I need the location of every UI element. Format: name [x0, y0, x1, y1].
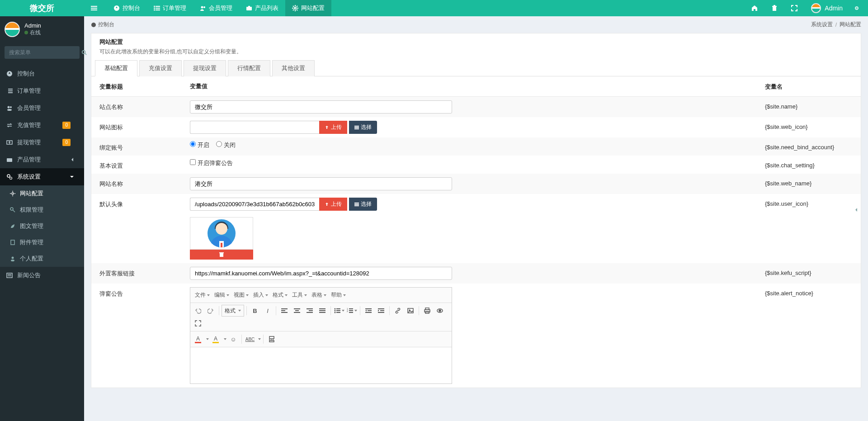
editor-menu-view[interactable]: 视图: [232, 289, 250, 301]
svg-rect-72: [378, 312, 384, 313]
kefu-input[interactable]: [190, 267, 452, 280]
editor-menu-format[interactable]: 格式: [271, 289, 289, 301]
choose-button[interactable]: 选择: [349, 198, 377, 211]
sidebar-sub-attachments[interactable]: 附件管理: [0, 234, 84, 251]
sidebar-item-news[interactable]: 新闻公告: [0, 267, 84, 284]
number-list-icon: 12: [347, 307, 353, 314]
user-icon: [10, 256, 15, 261]
bg-color-button[interactable]: A: [210, 333, 222, 345]
align-justify-button[interactable]: [316, 305, 328, 317]
nav-orders[interactable]: 订单管理: [147, 0, 193, 16]
delete-avatar-button[interactable]: [190, 250, 253, 260]
pagebreak-button[interactable]: [266, 333, 278, 345]
editor-menu-file[interactable]: 文件: [193, 289, 212, 301]
tab-other[interactable]: 其他设置: [272, 60, 315, 76]
tab-recharge[interactable]: 充值设置: [139, 60, 182, 76]
image-button[interactable]: [405, 305, 416, 317]
site-name-input[interactable]: [190, 100, 452, 114]
tab-market[interactable]: 行情配置: [228, 60, 270, 76]
nav-user[interactable]: Admin: [806, 0, 848, 16]
editor-menu-table[interactable]: 表格: [310, 289, 328, 301]
sidebar-sub-profile[interactable]: 个人配置: [0, 251, 84, 267]
format-select[interactable]: 格式: [222, 305, 244, 317]
sidebar-item-recharge[interactable]: 充值管理0: [0, 117, 84, 134]
text-color-button[interactable]: A: [192, 333, 204, 345]
nav-fullscreen[interactable]: [786, 0, 806, 16]
print-button[interactable]: [421, 305, 433, 317]
editor-body[interactable]: [190, 347, 452, 383]
brand-logo[interactable]: 微交所: [0, 0, 84, 16]
sidebar-toggle[interactable]: [84, 0, 107, 16]
radio-on[interactable]: [190, 141, 196, 147]
breadcrumb-home[interactable]: 控制台: [98, 21, 114, 28]
list-icon: [354, 125, 359, 130]
nav-settings[interactable]: [848, 0, 868, 16]
editor-menu-edit[interactable]: 编辑: [212, 289, 231, 301]
tab-withdraw[interactable]: 提现设置: [184, 60, 226, 76]
nav-dashboard[interactable]: 控制台: [107, 0, 147, 16]
config-label: 默认头像: [91, 194, 182, 263]
checkbox-popup[interactable]: [190, 159, 196, 165]
bold-button[interactable]: B: [249, 305, 261, 317]
sidebar-item-products[interactable]: 产品管理: [0, 151, 84, 168]
sidebar-sub-articles[interactable]: 图文管理: [0, 218, 84, 234]
align-center-button[interactable]: [291, 305, 303, 317]
tab-basic[interactable]: 基础配置: [95, 60, 137, 76]
user-avatar: [5, 22, 20, 37]
config-label: 站点名称: [91, 97, 182, 118]
choose-button[interactable]: 选择: [349, 121, 377, 134]
svg-rect-48: [295, 310, 299, 311]
align-right-button[interactable]: [304, 305, 316, 317]
editor-menu-help[interactable]: 帮助: [329, 289, 348, 301]
italic-button[interactable]: I: [262, 305, 274, 317]
sidebar-item-members[interactable]: 会员管理: [0, 99, 84, 117]
upload-button[interactable]: 上传: [319, 198, 347, 211]
link-button[interactable]: [392, 305, 404, 317]
nav-trash[interactable]: [766, 0, 786, 16]
sidebar-sub-permission[interactable]: 权限管理: [0, 202, 84, 218]
nav-products[interactable]: 产品列表: [239, 0, 285, 16]
undo-button[interactable]: [192, 305, 204, 317]
bullet-list-button[interactable]: [333, 305, 345, 317]
undo-icon: [195, 307, 201, 314]
redo-button[interactable]: [205, 305, 217, 317]
content-area: 控制台 系统设置 / 网站配置 网站配置 可以在此增改系统的变量和分组,也可以自…: [84, 16, 868, 421]
trash-icon: [771, 5, 778, 11]
editor-menu-tools[interactable]: 工具: [290, 289, 309, 301]
breadcrumb-link[interactable]: 系统设置: [811, 21, 833, 28]
list-icon: [354, 202, 359, 207]
sidebar-sub-siteconfig[interactable]: 网站配置: [0, 185, 84, 202]
checkbox-popup-label[interactable]: 开启弹窗公告: [190, 160, 233, 166]
svg-rect-55: [319, 312, 326, 313]
preview-button[interactable]: [434, 305, 446, 317]
config-var: {$site.user_icon}: [757, 194, 861, 263]
radio-off[interactable]: [216, 141, 222, 147]
nav-home[interactable]: [746, 0, 766, 16]
upload-button[interactable]: 上传: [319, 121, 347, 134]
dashboard-icon: [91, 22, 96, 28]
radio-on-label[interactable]: 开启: [190, 142, 209, 148]
user-icon-input[interactable]: [190, 198, 319, 211]
svg-point-7: [154, 8, 155, 9]
svg-rect-0: [91, 6, 97, 7]
web-icon-input[interactable]: [190, 121, 319, 134]
indent-button[interactable]: [375, 305, 387, 317]
sidebar-item-withdraw[interactable]: 提现管理0: [0, 134, 84, 151]
fullscreen-button[interactable]: [192, 317, 204, 329]
sidebar-item-dashboard[interactable]: 控制台: [0, 65, 84, 82]
nav-site-config[interactable]: 网站配置: [285, 0, 331, 16]
radio-off-label[interactable]: 关闭: [216, 142, 236, 148]
editor-menu-insert[interactable]: 插入: [251, 289, 270, 301]
sidebar-item-orders[interactable]: 订单管理: [0, 82, 84, 99]
nav-members[interactable]: 会员管理: [193, 0, 239, 16]
spellcheck-button[interactable]: ABC: [244, 333, 256, 345]
svg-point-56: [334, 308, 335, 310]
align-left-icon: [281, 307, 288, 314]
align-left-button[interactable]: [278, 305, 290, 317]
emoji-button[interactable]: ☺: [227, 333, 239, 345]
number-list-button[interactable]: 12: [346, 305, 358, 317]
search-input[interactable]: [5, 46, 81, 59]
sidebar-item-system[interactable]: 系统设置: [0, 168, 84, 185]
outdent-button[interactable]: [363, 305, 374, 317]
web-name-input[interactable]: [190, 177, 452, 190]
